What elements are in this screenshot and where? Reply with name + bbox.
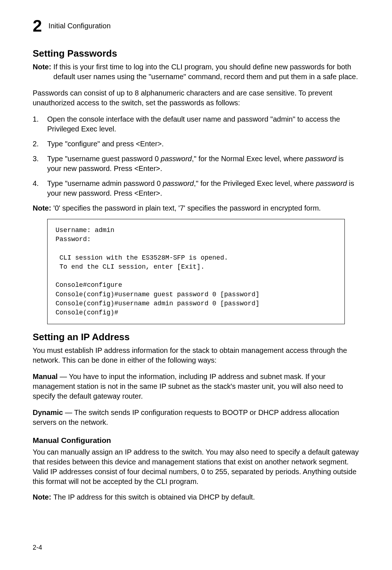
note-body: If this is your first time to log into t… bbox=[53, 62, 359, 82]
note-password-encoding: Note: '0' specifies the password in plai… bbox=[33, 203, 359, 213]
manual-label: Manual bbox=[33, 372, 58, 380]
note-label: Note: bbox=[33, 203, 51, 213]
heading-setting-ip: Setting an IP Address bbox=[33, 331, 359, 343]
note-label: Note: bbox=[33, 492, 51, 502]
step-text: Type "configure" and press <Enter>. bbox=[47, 139, 164, 149]
paragraph-manual: Manual — You have to input the informati… bbox=[33, 372, 359, 401]
step-number: 3. bbox=[33, 154, 39, 174]
note-body: '0' specifies the password in plain text… bbox=[53, 203, 321, 213]
heading-manual-config: Manual Configuration bbox=[33, 435, 359, 445]
paragraph-password-rules: Passwords can consist of up to 8 alphanu… bbox=[33, 88, 359, 108]
chapter-number: 2 bbox=[33, 15, 42, 37]
list-item: 4. Type "username admin password 0 passw… bbox=[33, 179, 359, 198]
manual-text: — You have to input the information, inc… bbox=[33, 372, 343, 400]
page-header: 2 Initial Configuration bbox=[33, 15, 359, 37]
step-text: Open the console interface with the defa… bbox=[47, 114, 359, 134]
step-number: 2. bbox=[33, 139, 39, 149]
step-text: Type "username guest password 0 password… bbox=[47, 154, 359, 174]
chapter-title: Initial Configuration bbox=[49, 21, 111, 31]
dynamic-text: — The switch sends IP configuration requ… bbox=[33, 408, 339, 426]
list-item: 1. Open the console interface with the d… bbox=[33, 114, 359, 134]
step-number: 4. bbox=[33, 179, 39, 198]
page-number: 2-4 bbox=[33, 543, 42, 552]
heading-setting-passwords: Setting Passwords bbox=[33, 47, 359, 60]
step-number: 1. bbox=[33, 114, 39, 134]
list-item: 2. Type "configure" and press <Enter>. bbox=[33, 139, 359, 149]
paragraph-dynamic: Dynamic — The switch sends IP configurat… bbox=[33, 408, 359, 427]
step-text: Type "username admin password 0 password… bbox=[47, 179, 359, 198]
dynamic-label: Dynamic bbox=[33, 408, 63, 416]
list-item: 3. Type "username guest password 0 passw… bbox=[33, 154, 359, 174]
password-steps: 1. Open the console interface with the d… bbox=[33, 114, 359, 198]
paragraph-manual-config: You can manually assign an IP address to… bbox=[33, 447, 359, 486]
note-dhcp-default: Note: The IP address for this switch is … bbox=[33, 492, 359, 502]
cli-example: Username: admin Password: CLI session wi… bbox=[47, 219, 345, 324]
paragraph-ip-intro: You must establish IP address informatio… bbox=[33, 346, 359, 365]
note-first-time: Note: If this is your first time to log … bbox=[33, 62, 359, 82]
note-label: Note: bbox=[33, 62, 51, 82]
note-body: The IP address for this switch is obtain… bbox=[53, 492, 255, 502]
